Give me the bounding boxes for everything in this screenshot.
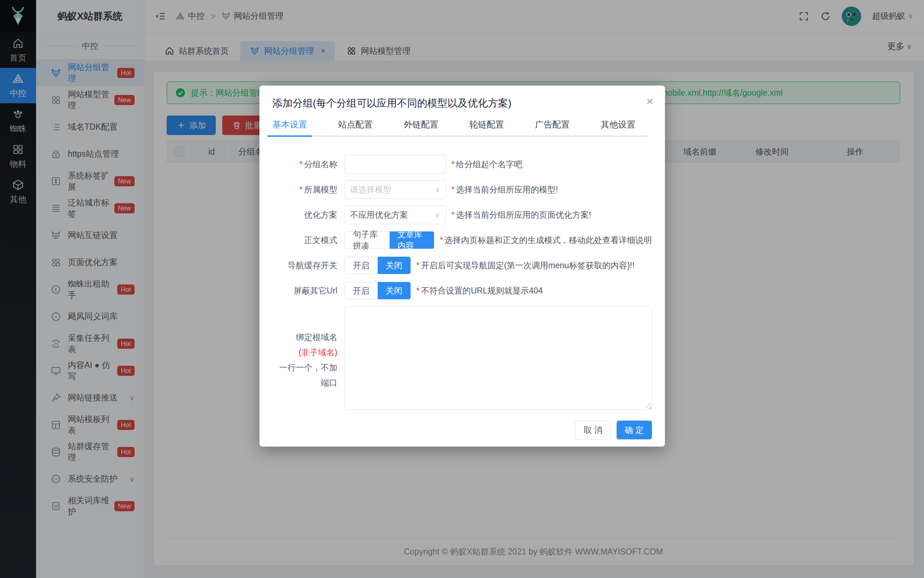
modal-tab[interactable]: 站点配置 bbox=[338, 119, 373, 137]
model-select[interactable]: 请选择模型 ∨ bbox=[345, 180, 446, 199]
close-icon[interactable]: × bbox=[646, 95, 654, 107]
form-row-model: *所属模型 请选择模型 ∨ *选择当前分组所应用的模型! bbox=[272, 180, 652, 199]
modal-tab[interactable]: 其他设置 bbox=[601, 119, 635, 137]
block-url-off[interactable]: 关闭 bbox=[378, 282, 411, 299]
modal-tab[interactable]: 广告配置 bbox=[535, 119, 570, 137]
chevron-down-icon: ∨ bbox=[435, 211, 440, 219]
nav-cache-toggle: 开启 关闭 bbox=[345, 257, 411, 274]
optimize-select[interactable]: 不应用优化方案 ∨ bbox=[345, 205, 446, 224]
modal-tabs: 基本设置站点配置外链配置轮链配置广告配置其他设置 bbox=[272, 119, 652, 137]
form-row-nav-cache: 导航缓存开关 开启 关闭 *开启后可实现导航固定(第一次调用menu标签获取的内… bbox=[272, 256, 652, 275]
ok-button[interactable]: 确 定 bbox=[617, 421, 652, 439]
modal-form: *分组名称 *给分组起个名字吧 *所属模型 请选择模型 ∨ *选择当前分组所应用… bbox=[272, 137, 652, 439]
nav-cache-on[interactable]: 开启 bbox=[345, 257, 378, 274]
cancel-button[interactable]: 取 消 bbox=[575, 421, 610, 439]
form-row-group-name: *分组名称 *给分组起个名字吧 bbox=[272, 155, 652, 174]
form-row-content-mode: 正文模式 句子库拼凑 文章库内容 *选择内页标题和正文的生成模式，移动此处查看详… bbox=[272, 231, 652, 250]
form-row-domains: 绑定根域名 (非子域名) 一行一个，不加 端口 bbox=[272, 307, 652, 410]
content-mode-option-sentence[interactable]: 句子库拼凑 bbox=[345, 231, 390, 249]
modal-tab[interactable]: 轮链配置 bbox=[469, 119, 504, 137]
modal-tab[interactable]: 外链配置 bbox=[404, 119, 439, 137]
block-url-toggle: 开启 关闭 bbox=[345, 282, 411, 299]
chevron-down-icon: ∨ bbox=[435, 185, 440, 194]
group-name-input[interactable] bbox=[345, 155, 446, 174]
block-url-on[interactable]: 开启 bbox=[345, 282, 378, 299]
content-mode-segment: 句子库拼凑 文章库内容 bbox=[345, 231, 434, 249]
content-mode-option-article[interactable]: 文章库内容 bbox=[390, 231, 434, 249]
bind-domains-textarea[interactable] bbox=[345, 307, 652, 410]
modal-footer: 取 消 确 定 bbox=[272, 421, 652, 439]
form-row-optimize: 优化方案 不应用优化方案 ∨ *选择当前分组所应用的页面优化方案! bbox=[272, 205, 652, 224]
modal-tab[interactable]: 基本设置 bbox=[272, 119, 307, 137]
app-root: 首页中控蜘蛛物料其他 蚂蚁X站群系统 中控 网站分组管理Hot网站模型管理New… bbox=[0, 0, 924, 578]
form-row-block-url: 屏蔽其它Url 开启 关闭 *不符合设置的URL规则就显示404 bbox=[272, 281, 652, 300]
nav-cache-off[interactable]: 关闭 bbox=[378, 257, 411, 274]
add-group-modal: 添加分组(每个分组可以应用不同的模型以及优化方案) × 基本设置站点配置外链配置… bbox=[259, 86, 665, 446]
modal-title: 添加分组(每个分组可以应用不同的模型以及优化方案) bbox=[272, 96, 652, 110]
